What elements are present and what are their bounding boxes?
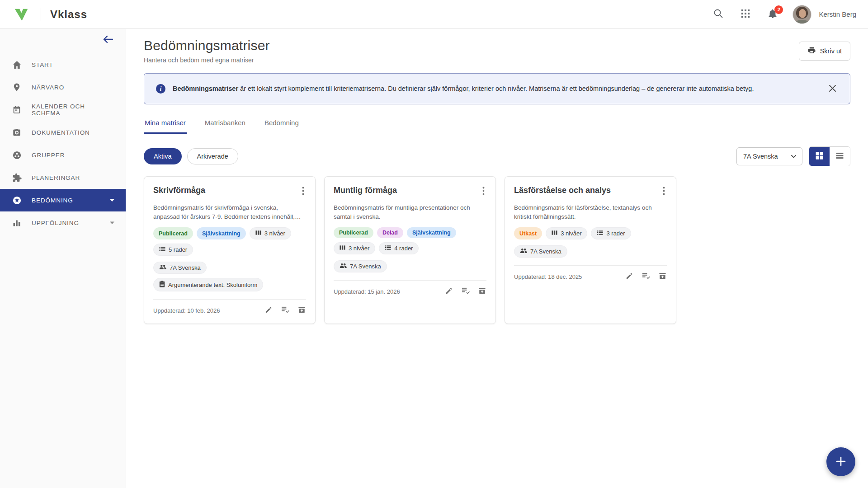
- archive-button[interactable]: [297, 305, 306, 315]
- tag-chips: 7A Svenska: [514, 245, 667, 258]
- rows-chip: 4 rader: [379, 242, 419, 254]
- clipboard-icon: [159, 281, 165, 289]
- chevron-down-icon: [109, 198, 115, 202]
- star-circle-icon: [12, 195, 22, 205]
- sidebar-item-start[interactable]: Start: [0, 53, 126, 76]
- calendar-icon: [12, 105, 22, 115]
- list-view-button[interactable]: [830, 147, 850, 166]
- chevron-down-icon: [791, 155, 797, 158]
- status-badge-publicerad: Publicerad: [153, 227, 193, 239]
- logo-divider: [41, 8, 41, 21]
- sidebar-item-grupper[interactable]: Grupper: [0, 144, 126, 166]
- grid-view-icon: [815, 151, 824, 161]
- page-title: Bedömningsmatriser: [144, 38, 270, 53]
- updated-text: Uppdaterad: 18 dec. 2025: [514, 273, 582, 280]
- card-description: Bedömningsmatris för skrivförmåga i sven…: [153, 203, 306, 221]
- info-banner: i Bedömningsmatriser är ett lokalt styrt…: [144, 73, 850, 104]
- kebab-icon: [482, 190, 485, 197]
- status-badge-sjalvskattning: Självskattning: [407, 227, 456, 238]
- sidebar: Start Närvaro Kalender och schema Dokume…: [0, 29, 126, 488]
- tab-bedomning[interactable]: Bedömning: [264, 113, 300, 134]
- search-icon: [713, 8, 724, 20]
- status-chips: Publicerad Självskattning 3 nivåer 5 rad…: [153, 227, 306, 256]
- card-title: Läsförståelse och analys: [514, 186, 611, 195]
- notification-badge: 2: [774, 5, 783, 14]
- avatar[interactable]: [793, 5, 811, 24]
- filter-arkiverade-button[interactable]: Arkiverade: [187, 148, 238, 164]
- vklass-logo-icon[interactable]: [12, 5, 31, 24]
- fact-check-icon: [462, 287, 470, 296]
- grid-view-button[interactable]: [809, 147, 830, 166]
- kebab-icon: [302, 190, 304, 197]
- fact-check-icon: [281, 306, 289, 315]
- tab-mina-matriser[interactable]: Mina matriser: [144, 113, 187, 134]
- status-badge-sjalvskattning: Självskattning: [197, 227, 246, 239]
- levels-chip: 3 nivåer: [250, 227, 291, 239]
- matrix-card-grid: Skrivförmåga Bedömningsmatris för skrivf…: [144, 176, 850, 324]
- matrix-card-lasforstaelse: Läsförståelse och analys Bedömningsmatri…: [505, 176, 676, 324]
- notifications-button[interactable]: 2: [765, 7, 780, 22]
- updated-text: Uppdaterad: 10 feb. 2026: [153, 307, 220, 314]
- sidebar-item-kalender[interactable]: Kalender och schema: [0, 99, 126, 121]
- archive-button[interactable]: [478, 286, 486, 296]
- add-matrix-button[interactable]: [826, 447, 855, 476]
- status-chips: Publicerad Delad Självskattning 3 nivåer…: [334, 227, 486, 254]
- main-content: Bedömningsmatriser Hantera och bedöm med…: [126, 29, 868, 488]
- rows-chip: 5 rader: [153, 244, 193, 256]
- tab-matrisbanken[interactable]: Matrisbanken: [204, 113, 246, 134]
- group-circle-icon: [12, 150, 22, 160]
- edit-button[interactable]: [264, 305, 273, 315]
- sidebar-item-dokumentation[interactable]: Dokumentation: [0, 121, 126, 144]
- chevron-down-icon: [109, 221, 115, 225]
- edit-button[interactable]: [625, 272, 634, 282]
- rows-icon: [385, 245, 391, 252]
- filter-aktiva-button[interactable]: Aktiva: [144, 148, 182, 164]
- updated-text: Uppdaterad: 15 jan. 2026: [334, 288, 400, 295]
- back-arrow-icon: [102, 34, 114, 46]
- status-badge-delad: Delad: [377, 227, 403, 238]
- close-icon: [829, 84, 836, 94]
- group-tag: 7A Svenska: [153, 262, 207, 274]
- banner-text: Bedömningsmatriser är ett lokalt styrt k…: [173, 84, 754, 93]
- group-select[interactable]: 7A Svenska: [736, 147, 802, 165]
- rows-icon: [159, 246, 165, 253]
- list-view-icon: [835, 151, 844, 161]
- sidebar-item-bedomning[interactable]: Bedömning: [0, 189, 126, 211]
- pencil-icon: [265, 306, 273, 315]
- assignment-tag: Argumenterande text: Skoluniform: [153, 278, 263, 291]
- tag-chips: 7A Svenska: [334, 260, 486, 272]
- fact-check-icon: [642, 272, 650, 281]
- card-menu-button[interactable]: [481, 186, 486, 197]
- tab-bar: Mina matriser Matrisbanken Bedömning: [144, 113, 850, 134]
- rows-icon: [597, 230, 603, 237]
- people-icon: [159, 264, 166, 271]
- pencil-icon: [626, 272, 633, 281]
- collapse-sidebar-button[interactable]: [102, 34, 114, 46]
- banner-close-button[interactable]: [827, 83, 838, 95]
- rows-chip: 3 rader: [591, 227, 631, 239]
- print-button[interactable]: Skriv ut: [799, 42, 850, 61]
- archive-button[interactable]: [658, 272, 667, 282]
- printer-icon: [807, 46, 816, 56]
- location-pin-icon: [12, 82, 22, 92]
- assess-button[interactable]: [461, 286, 470, 296]
- info-icon: i: [156, 84, 165, 94]
- card-menu-button[interactable]: [661, 186, 667, 197]
- apps-button[interactable]: [738, 7, 753, 22]
- edit-button[interactable]: [445, 286, 453, 296]
- assess-button[interactable]: [642, 272, 651, 282]
- user-name: Kerstin Berg: [819, 10, 856, 18]
- sidebar-item-narvaro[interactable]: Närvaro: [0, 76, 126, 99]
- sidebar-item-planeringar[interactable]: Planeringar: [0, 166, 126, 189]
- card-menu-button[interactable]: [300, 186, 306, 197]
- archive-icon: [478, 287, 486, 296]
- assess-button[interactable]: [281, 305, 290, 315]
- group-tag: 7A Svenska: [514, 245, 567, 258]
- card-title: Skrivförmåga: [153, 186, 205, 195]
- camera-icon: [12, 127, 22, 137]
- search-button[interactable]: [711, 7, 726, 22]
- group-tag: 7A Svenska: [334, 260, 387, 272]
- matrix-card-skrivformaga: Skrivförmåga Bedömningsmatris för skrivf…: [144, 176, 316, 324]
- sidebar-item-uppfoljning[interactable]: Uppföljning: [0, 211, 126, 234]
- matrix-card-muntlig-formaga: Muntlig förmåga Bedömningsmatris för mun…: [324, 176, 496, 324]
